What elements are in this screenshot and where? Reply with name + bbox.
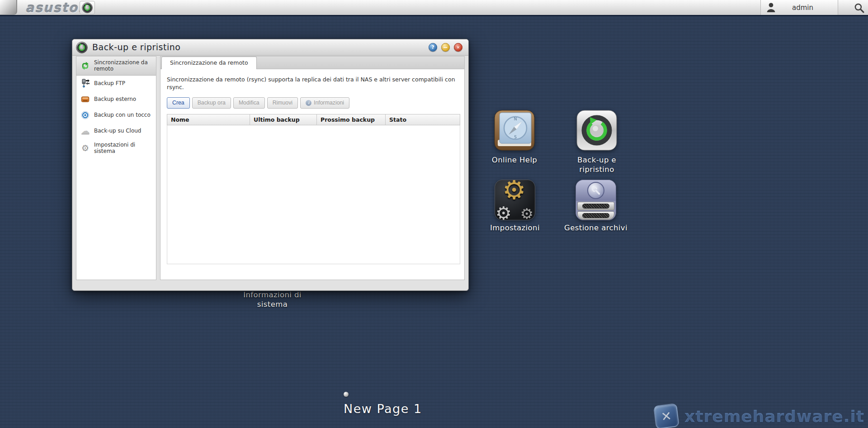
help-button[interactable]: ? — [429, 43, 437, 52]
modifica-button[interactable]: Modifica — [233, 97, 265, 109]
svg-text:N: N — [514, 117, 517, 121]
cloud-icon — [80, 126, 90, 136]
storage-manager-icon — [576, 180, 616, 220]
sidebar-item-backup-esterno[interactable]: Backup esterno — [76, 91, 156, 107]
user-menu[interactable]: admin — [760, 0, 838, 15]
settings-gears-icon — [495, 180, 535, 220]
sidebar-item-impostazioni-di-sistema[interactable]: Impostazioni di sistema — [76, 139, 156, 157]
svg-text:S: S — [514, 135, 517, 139]
backup-restore-window: Back-up e ripristino ? − ✕ Sincronizzazi… — [72, 39, 469, 291]
backup-restore-icon — [576, 110, 617, 151]
sidebar-item-label: Backup esterno — [94, 96, 136, 102]
table-body-empty[interactable] — [167, 125, 460, 264]
backup-restore-app-icon — [82, 2, 93, 13]
sidebar-item-label: Backup FTP — [94, 80, 125, 86]
sidebar-item-backup-ftp[interactable]: Backup FTP — [76, 76, 156, 91]
toolbar: Crea Backup ora Modifica Rimuovi Informa… — [167, 97, 458, 109]
table-header-row: Nome Ultimo backup Prossimo backup Stato — [167, 114, 460, 125]
backup-jobs-table: Nome Ultimo backup Prossimo backup Stato — [167, 114, 460, 264]
ftp-server-icon — [80, 79, 90, 88]
wrench-badge-icon — [587, 182, 604, 199]
drive-bay — [577, 202, 614, 210]
column-header-stato[interactable]: Stato — [386, 114, 460, 125]
sidebar-item-sincronizzazione-da-remoto[interactable]: Sincronizzazione da remoto — [76, 57, 156, 76]
green-sync-icon — [80, 61, 90, 71]
rimuovi-button[interactable]: Rimuovi — [267, 97, 298, 109]
window-main-panel: Sincronizzazione da remoto Sincronizzazi… — [160, 56, 465, 280]
desktop-icon-label: Impostazioni — [481, 224, 549, 233]
gold-gear-icon — [502, 180, 526, 203]
desktop-icon-backup-ripristino[interactable]: Back-up e ripristino — [563, 110, 631, 174]
desktop-screen: asustor admin — [0, 0, 868, 428]
column-header-ultimo-backup[interactable]: Ultimo backup — [250, 114, 317, 125]
search-icon — [854, 3, 864, 13]
window-app-icon — [76, 42, 88, 53]
page-caption: New Page 1 — [344, 402, 422, 416]
desktop-icon-label: Back-up e ripristino — [563, 156, 631, 174]
close-button[interactable]: ✕ — [454, 43, 462, 52]
sidebar-item-label: Sincronizzazione da remoto — [94, 59, 154, 72]
column-header-nome[interactable]: Nome — [167, 114, 250, 125]
xtremehardware-logo-icon — [653, 403, 679, 428]
x-logo-glyph — [660, 408, 672, 424]
sidebar-item-label: Backup con un tocco — [94, 112, 151, 118]
drive-bay-vent — [582, 204, 610, 209]
minimize-button[interactable]: − — [441, 43, 450, 52]
drive-bay-vent — [582, 213, 610, 218]
informazioni-button[interactable]: Informazioni — [300, 97, 349, 109]
gear-icon — [80, 143, 90, 153]
help-book-compass-icon: N S — [494, 110, 535, 151]
corner-handle[interactable] — [0, 0, 17, 15]
desktop-icon-online-help[interactable]: N S Online Help — [481, 110, 548, 165]
external-drive-icon — [80, 95, 90, 104]
tab-sincronizzazione-da-remoto[interactable]: Sincronizzazione da remoto — [161, 57, 257, 69]
informazioni-button-label: Informazioni — [314, 100, 344, 106]
silver-gear-icon — [520, 206, 533, 220]
description-text: Sincronizzazione da remoto (rsync) suppo… — [167, 76, 458, 91]
sidebar-item-label: Impostazioni di sistema — [94, 142, 154, 155]
backup-ora-button[interactable]: Backup ora — [192, 97, 231, 109]
storage-manager-icon-top — [576, 180, 616, 201]
search-button[interactable] — [853, 1, 865, 14]
desktop-icon-label: Online Help — [481, 156, 548, 165]
watermark: xtremehardware.it — [655, 404, 864, 428]
sidebar-item-backup-su-cloud[interactable]: Back-up su Cloud — [76, 123, 156, 139]
desktop-icon-label: Gestione archivi — [562, 224, 630, 233]
logged-in-user: admin — [776, 4, 838, 12]
desktop-icon-impostazioni[interactable]: Impostazioni — [481, 180, 549, 233]
crea-button[interactable]: Crea — [167, 97, 190, 109]
top-bar: asustor admin — [0, 0, 868, 16]
main-content: Sincronizzazione da remoto (rsync) suppo… — [160, 69, 464, 264]
page-bullet-dot — [344, 392, 349, 397]
user-icon — [766, 2, 776, 13]
window-controls: ? − ✕ — [429, 43, 462, 52]
asustor-logo: asustor — [25, 0, 85, 15]
desktop-icon-label: Informazioni di sistema — [235, 290, 310, 309]
taskbar-app-backup[interactable] — [80, 1, 95, 14]
watermark-text: xtremehardware.it — [684, 407, 864, 426]
window-sidebar: Sincronizzazione da remoto Backup FTP — [76, 56, 156, 280]
drive-bay — [577, 211, 614, 220]
silver-gear-icon — [495, 204, 512, 220]
wrench-icon — [591, 185, 601, 195]
window-title: Back-up e ripristino — [92, 42, 180, 52]
desktop-icon-gestione-archivi[interactable]: Gestione archivi — [562, 180, 630, 233]
tab-strip: Sincronizzazione da remoto — [160, 57, 464, 69]
sidebar-item-label: Back-up su Cloud — [94, 128, 141, 134]
window-titlebar[interactable]: Back-up e ripristino ? − ✕ — [72, 39, 468, 56]
column-header-prossimo-backup[interactable]: Prossimo backup — [317, 114, 386, 125]
sidebar-item-backup-con-un-tocco[interactable]: Backup con un tocco — [76, 107, 156, 123]
info-icon — [306, 100, 311, 106]
one-touch-target-icon — [80, 110, 90, 120]
